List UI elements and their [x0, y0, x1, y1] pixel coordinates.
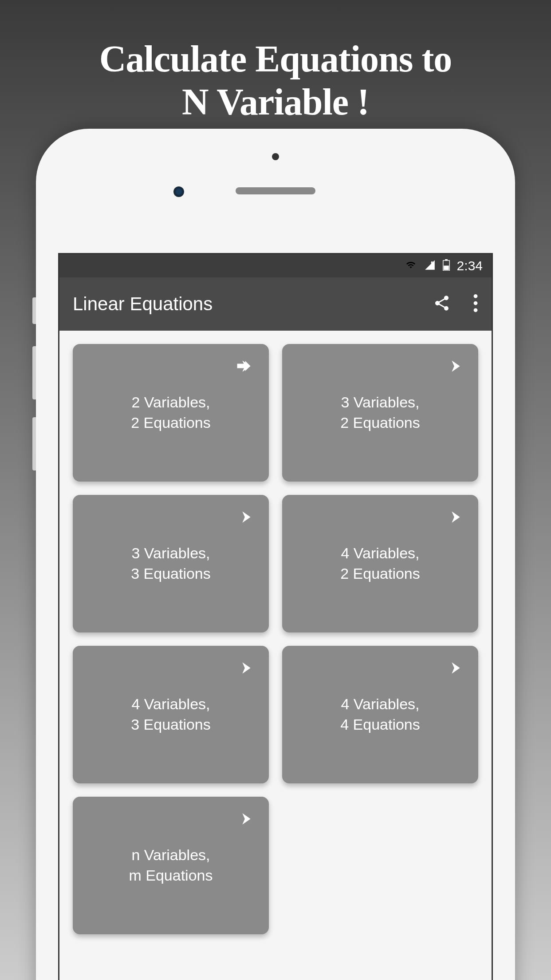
phone-screen: x 2:34 Linear Equations [58, 253, 493, 980]
equation-card-2v2e[interactable]: 2 Variables, 2 Equations [73, 344, 269, 482]
equation-card-4v2e[interactable]: 4 Variables, 2 Equations [282, 495, 478, 632]
phone-side-button [32, 417, 36, 470]
phone-top-sensor [272, 153, 279, 160]
promo-title-line2: N Variable ! [182, 81, 369, 122]
content-grid: 2 Variables, 2 Equations 3 Variables, 2 … [59, 331, 492, 980]
card-label: 3 Variables, 3 Equations [131, 543, 211, 584]
phone-camera [173, 186, 184, 197]
forward-arrow-icon [444, 356, 463, 378]
promo-title-line1: Calculate Equations to [99, 38, 452, 79]
equation-card-4v3e[interactable]: 4 Variables, 3 Equations [73, 646, 269, 783]
equation-card-4v4e[interactable]: 4 Variables, 4 Equations [282, 646, 478, 783]
card-label: n Variables, m Equations [129, 845, 213, 886]
wifi-icon [405, 260, 417, 272]
equation-card-nvm[interactable]: n Variables, m Equations [73, 797, 269, 934]
forward-arrow-icon [444, 658, 463, 680]
svg-point-6 [474, 308, 478, 312]
forward-arrow-icon [444, 507, 463, 529]
app-bar: Linear Equations [59, 277, 492, 331]
status-time: 2:34 [457, 258, 483, 273]
overflow-menu-button[interactable] [473, 294, 478, 314]
svg-text:x: x [431, 259, 433, 265]
phone-side-button [32, 297, 36, 324]
phone-device-frame: x 2:34 Linear Equations [36, 129, 515, 980]
promo-title: Calculate Equations to N Variable ! [0, 0, 551, 123]
forward-arrow-icon [234, 507, 254, 529]
svg-point-4 [474, 294, 478, 298]
status-bar: x 2:34 [59, 254, 492, 277]
forward-arrow-icon [234, 356, 254, 378]
app-bar-actions [433, 294, 478, 314]
card-label: 4 Variables, 2 Equations [340, 543, 420, 584]
signal-icon: x [424, 259, 436, 273]
forward-arrow-icon [234, 658, 254, 680]
card-label: 4 Variables, 3 Equations [131, 694, 211, 735]
share-button[interactable] [433, 294, 451, 314]
battery-icon [443, 259, 450, 273]
card-label: 2 Variables, 2 Equations [131, 392, 211, 433]
forward-arrow-icon [234, 809, 254, 830]
app-title: Linear Equations [73, 293, 213, 315]
svg-rect-3 [444, 265, 449, 270]
card-label: 4 Variables, 4 Equations [340, 694, 420, 735]
phone-side-button [32, 346, 36, 399]
phone-earpiece [236, 187, 315, 194]
equation-card-3v3e[interactable]: 3 Variables, 3 Equations [73, 495, 269, 632]
svg-point-5 [474, 301, 478, 305]
equation-card-3v2e[interactable]: 3 Variables, 2 Equations [282, 344, 478, 482]
card-label: 3 Variables, 2 Equations [340, 392, 420, 433]
